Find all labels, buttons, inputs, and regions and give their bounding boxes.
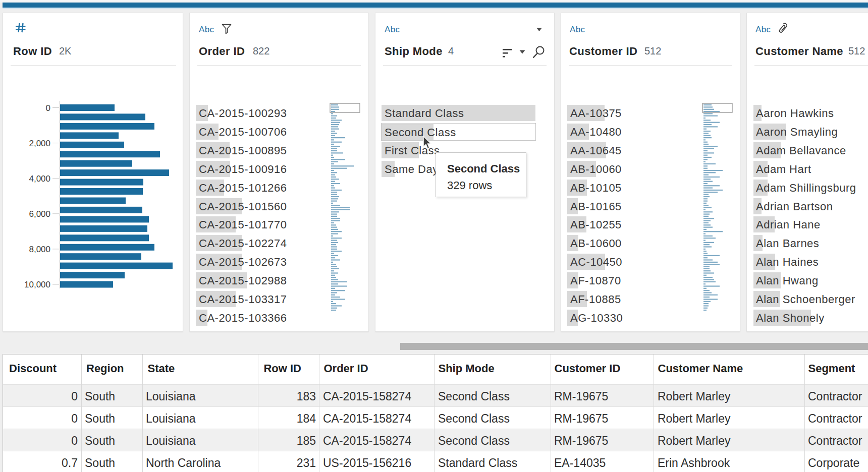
svg-text:4,000: 4,000 — [29, 174, 50, 184]
svg-text:0: 0 — [46, 103, 50, 113]
svg-text:6,000: 6,000 — [29, 209, 50, 219]
svg-text:10,000: 10,000 — [24, 280, 50, 289]
svg-text:2,000: 2,000 — [29, 139, 50, 148]
svg-text:8,000: 8,000 — [29, 245, 50, 254]
